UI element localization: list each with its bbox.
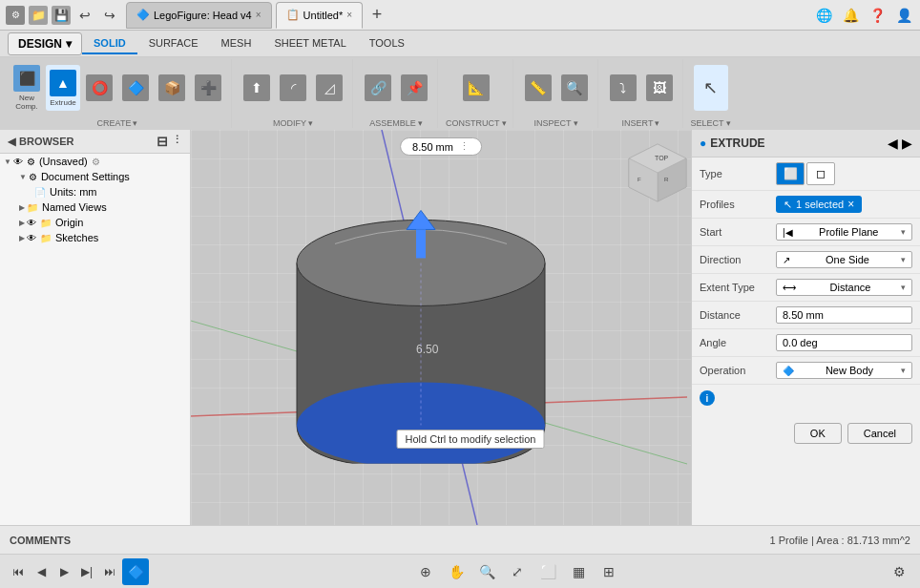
type-solid-button[interactable]: ⬜ <box>776 162 805 185</box>
orbit-button[interactable]: ⊕ <box>412 558 439 585</box>
toolbar-section-construct: 📐 CONSTRUCT ▾ <box>440 59 513 128</box>
nav-play-button[interactable]: ▶ <box>53 561 74 582</box>
collapse-browser-icon[interactable]: ◀ <box>8 136 15 148</box>
toolbar-section-insert: ⤵ 🖼 INSERT ▾ <box>600 59 683 128</box>
user-icon[interactable]: 👤 <box>893 5 914 26</box>
operation-dropdown[interactable]: 🔷 New Body ▾ <box>776 362 912 379</box>
press-pull-button[interactable]: ⬆ <box>240 65 274 111</box>
extrude-info-row: i <box>692 385 920 411</box>
menu-tab-tools[interactable]: TOOLS <box>358 33 416 54</box>
browser-item-doc-settings[interactable]: ▼ ⚙ Document Settings <box>0 169 190 184</box>
box-button[interactable]: 📦 <box>155 65 189 111</box>
extrude-forward-button[interactable]: ▶ <box>902 136 912 151</box>
decal-button[interactable]: 🖼 <box>642 65 677 111</box>
menu-tab-sheet-metal[interactable]: SHEET METAL <box>262 33 357 54</box>
browser-header-icons: ⊟ ⋮ <box>157 134 182 149</box>
save-icon[interactable]: 💾 <box>52 6 71 25</box>
extrude-back-button[interactable]: ◀ <box>888 136 898 151</box>
tab-untitled[interactable]: 📋 Untitled* × <box>276 2 363 29</box>
extent-dropdown-arrow-icon: ▾ <box>901 283 906 292</box>
menu-tab-mesh[interactable]: MESH <box>210 33 263 54</box>
nav-prev-button[interactable]: ◀ <box>31 561 52 582</box>
inspect-chevron-icon: ▾ <box>574 118 578 128</box>
tab-close-left[interactable]: × <box>256 10 261 20</box>
distance-input[interactable] <box>776 306 912 324</box>
direction-dropdown[interactable]: ↗ One Side ▾ <box>776 251 912 268</box>
insert-derive-button[interactable]: ⤵ <box>606 65 640 111</box>
start-dropdown[interactable]: |◀ Profile Plane ▾ <box>776 223 912 241</box>
nav-end-button[interactable]: ⏭ <box>99 561 120 582</box>
design-chevron-icon: ▾ <box>66 37 72 51</box>
joint-button[interactable]: 🔗 <box>361 65 395 111</box>
grid-button[interactable]: ⊞ <box>596 558 622 585</box>
create-label: CREATE ▾ <box>97 118 138 128</box>
offset-plane-button[interactable]: 📐 <box>459 65 493 111</box>
svg-text:R: R <box>664 177 669 182</box>
extrude-operation-value: 🔷 New Body ▾ <box>776 362 912 379</box>
undo-button[interactable]: ↩ <box>74 5 95 26</box>
app-icon: ⚙ <box>6 6 25 25</box>
display-button[interactable]: ▦ <box>565 558 592 585</box>
fillet-button[interactable]: ◜ <box>276 65 310 111</box>
fit-button[interactable]: ⤢ <box>504 558 531 585</box>
sweep-button[interactable]: 🔷 <box>118 65 153 111</box>
bottom-left: ⏮ ◀ ▶ ▶| ⏭ 🔷 <box>8 558 149 585</box>
view-mode-button[interactable]: ⬜ <box>534 558 561 585</box>
chamfer-button[interactable]: ◿ <box>312 65 346 111</box>
nav-start-button[interactable]: ⏮ <box>8 561 29 582</box>
create-chevron-icon: ▾ <box>133 118 137 128</box>
section-analysis-button[interactable]: 🔍 <box>557 65 592 111</box>
browser-expand-icon[interactable]: ⊟ <box>157 134 168 149</box>
zoom-button[interactable]: 🔍 <box>473 558 500 585</box>
settings-button[interactable]: ⚙ <box>886 558 912 585</box>
angle-input[interactable] <box>776 334 912 351</box>
design-button[interactable]: DESIGN ▾ <box>8 32 82 55</box>
profiles-clear-button[interactable]: × <box>847 198 854 211</box>
viewport[interactable]: 8.50 mm ⋮ <box>191 130 691 525</box>
extrude-profiles-row: Profiles ↖ 1 selected × <box>692 191 920 219</box>
tab-close-right[interactable]: × <box>346 10 352 20</box>
toolbar: ⬛ New Comp. ▲ Extrude ⭕ 🔷 📦 ➕ CREATE ▾ <box>0 57 920 130</box>
menu-tab-surface[interactable]: SURFACE <box>137 33 210 54</box>
browser-item-named-views[interactable]: ▶ 📁 Named Views <box>0 200 190 215</box>
new-tab-button[interactable]: + <box>366 5 387 26</box>
nav-next-frame-button[interactable]: ▶| <box>76 561 97 582</box>
extrude-direction-value: ↗ One Side ▾ <box>776 251 912 268</box>
insert-label: INSERT ▾ <box>622 118 660 128</box>
select-chevron-icon: ▾ <box>726 118 731 128</box>
select-button[interactable]: ↖ <box>694 65 728 111</box>
more-create-button[interactable]: ➕ <box>191 65 225 111</box>
type-surface-button[interactable]: ◻ <box>806 162 835 185</box>
browser-item-origin[interactable]: ▶ 👁 📁 Origin <box>0 215 190 230</box>
extent-dropdown[interactable]: ⟷ Distance ▾ <box>776 279 912 296</box>
pan-button[interactable]: ✋ <box>443 558 470 585</box>
cancel-button[interactable]: Cancel <box>847 423 912 444</box>
new-component-button[interactable]: ⬛ New Comp. <box>10 65 44 111</box>
redo-button[interactable]: ↪ <box>99 5 120 26</box>
extrude-extent-row: Extent Type ⟷ Distance ▾ <box>692 274 920 302</box>
browser-item-units[interactable]: 📄 Units: mm <box>0 184 190 200</box>
network-icon[interactable]: 🌐 <box>813 5 834 26</box>
viewcube[interactable]: TOP R F <box>624 139 681 197</box>
tab-lego-figure[interactable]: 🔷 LegoFigure: Head v4 × <box>126 2 272 29</box>
modify-icons: ⬆ ◜ ◿ <box>240 59 346 116</box>
ground-button[interactable]: 📌 <box>397 65 431 111</box>
extrude-header-buttons: ◀ ▶ <box>888 136 912 151</box>
ok-button[interactable]: OK <box>794 423 842 444</box>
browser-dots-icon[interactable]: ⋮ <box>172 134 182 149</box>
measure-button[interactable]: 📏 <box>521 65 555 111</box>
browser-item-root[interactable]: ▼ 👁 ⚙ (Unsaved) ⚙ <box>0 154 190 169</box>
notification-icon[interactable]: 🔔 <box>840 5 861 26</box>
measurement-dots-icon[interactable]: ⋮ <box>459 140 470 153</box>
extrude-active-button[interactable]: ▲ Extrude <box>46 65 80 111</box>
profiles-selected-badge: ↖ 1 selected × <box>776 196 862 213</box>
extrude-header: ● EXTRUDE ◀ ▶ <box>692 130 920 158</box>
browser-item-sketches[interactable]: ▶ 👁 📁 Sketches <box>0 230 190 245</box>
browser-chevron-views: ▶ <box>19 203 25 212</box>
bottom-right: ⚙ <box>886 558 912 585</box>
browser-chevron-root: ▼ <box>4 158 11 166</box>
help-icon[interactable]: ❓ <box>867 5 888 26</box>
cylinder-3d: 6.50 <box>287 177 554 466</box>
menu-tab-solid[interactable]: SOLID <box>82 33 137 54</box>
revolve-button[interactable]: ⭕ <box>82 65 116 111</box>
